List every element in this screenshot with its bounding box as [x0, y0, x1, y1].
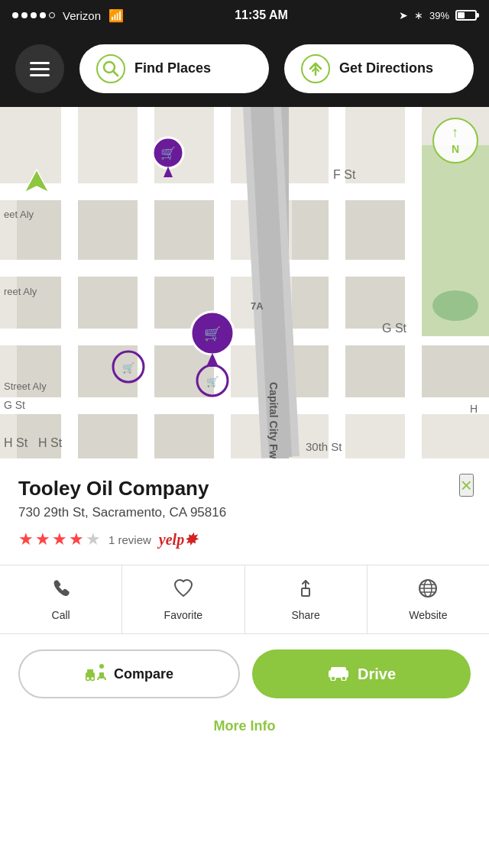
place-info-card: × Tooley Oil Company 730 29th St, Sacram… — [0, 458, 489, 747]
find-places-button[interactable]: Find Places — [79, 44, 269, 93]
svg-rect-12 — [405, 107, 422, 458]
find-places-label: Find Places — [134, 60, 211, 77]
review-count: 1 review — [108, 533, 151, 546]
svg-text:30th St: 30th St — [306, 440, 342, 453]
bluetooth-icon: ∗ — [414, 9, 423, 21]
svg-text:Capital City Fw: Capital City Fw — [267, 382, 280, 458]
svg-point-33 — [432, 290, 478, 321]
svg-rect-70 — [99, 672, 104, 679]
svg-point-73 — [331, 676, 335, 681]
svg-text:🛒: 🛒 — [204, 326, 222, 342]
call-label: Call — [52, 609, 70, 621]
svg-rect-19 — [78, 277, 138, 329]
svg-rect-15 — [154, 200, 214, 260]
battery-fill — [458, 12, 465, 18]
svg-point-74 — [342, 676, 346, 681]
close-button[interactable]: × — [459, 474, 474, 497]
svg-rect-9 — [214, 107, 231, 458]
get-directions-button[interactable]: Get Directions — [284, 44, 474, 93]
svg-rect-8 — [138, 107, 154, 458]
status-time: 11:35 AM — [235, 8, 288, 22]
website-button[interactable]: Website — [368, 565, 489, 633]
yelp-logo: yelp✸ — [159, 530, 197, 549]
star-4: ★ — [69, 530, 84, 549]
compass-n-label: ↑N — [452, 125, 459, 157]
svg-rect-72 — [331, 667, 346, 673]
svg-rect-16 — [292, 200, 329, 260]
svg-text:eet Aly: eet Aly — [4, 209, 34, 220]
search-icon — [96, 54, 125, 83]
svg-text:G St: G St — [382, 322, 407, 335]
map-area[interactable]: F St G St G St H St H St reet Aly eet Al… — [0, 107, 489, 458]
my-location-icon[interactable] — [23, 168, 50, 202]
globe-icon — [417, 578, 439, 604]
svg-text:reet Aly: reet Aly — [4, 286, 37, 297]
status-right: ➤ ∗ 39% — [399, 9, 477, 21]
compare-icon — [85, 662, 108, 686]
map-svg: F St G St G St H St H St reet Aly eet Al… — [0, 107, 489, 458]
star-rating: ★ ★ ★ ★ ★ — [18, 530, 101, 549]
svg-rect-31 — [154, 414, 214, 458]
signal-dot-4 — [40, 12, 46, 18]
carrier-label: Verizon — [63, 9, 101, 22]
svg-rect-11 — [329, 107, 345, 458]
signal-dot-5 — [49, 12, 55, 18]
nav-bar: Find Places Get Directions — [0, 31, 489, 107]
share-label: Share — [291, 609, 319, 621]
signal-dot-3 — [31, 12, 37, 18]
wifi-icon: 📶 — [108, 8, 124, 23]
heart-icon — [173, 578, 194, 604]
get-directions-label: Get Directions — [339, 60, 433, 77]
svg-rect-22 — [345, 277, 405, 329]
svg-rect-66 — [87, 669, 93, 674]
action-row: Call Favorite Share — [0, 565, 489, 634]
svg-text:H St: H St — [4, 436, 28, 449]
star-2: ★ — [35, 530, 50, 549]
status-left: Verizon 📶 — [12, 8, 124, 23]
svg-text:H St: H St — [38, 436, 63, 449]
share-button[interactable]: Share — [245, 565, 368, 633]
place-name: Tooley Oil Company — [18, 477, 471, 500]
svg-rect-27 — [345, 345, 405, 397]
compare-button[interactable]: Compare — [18, 649, 240, 698]
svg-point-69 — [99, 664, 104, 669]
svg-text:H: H — [470, 403, 478, 415]
drive-label: Drive — [358, 666, 396, 683]
star-3: ★ — [52, 530, 67, 549]
compare-label: Compare — [114, 666, 173, 682]
phone-icon — [50, 578, 72, 604]
favorite-label: Favorite — [164, 609, 203, 621]
signal-dot-2 — [21, 12, 28, 18]
battery-percent: 39% — [429, 10, 449, 21]
signal-dot-1 — [12, 12, 18, 18]
star-1: ★ — [18, 530, 34, 549]
svg-text:7A: 7A — [251, 300, 264, 312]
battery-icon — [455, 10, 477, 21]
star-5: ★ — [86, 530, 101, 549]
svg-text:G St: G St — [4, 399, 25, 411]
svg-point-68 — [90, 677, 94, 681]
compass[interactable]: ↑N — [432, 118, 478, 164]
website-label: Website — [409, 609, 447, 621]
svg-rect-18 — [17, 277, 61, 329]
call-button[interactable]: Call — [0, 565, 122, 633]
svg-point-67 — [86, 677, 89, 681]
svg-text:🛒: 🛒 — [206, 375, 219, 388]
directions-icon — [301, 54, 330, 83]
status-bar: Verizon 📶 11:35 AM ➤ ∗ 39% — [0, 0, 489, 31]
svg-rect-26 — [292, 345, 329, 397]
svg-rect-14 — [78, 200, 138, 260]
share-icon — [295, 578, 316, 604]
more-info-button[interactable]: More Info — [18, 711, 471, 747]
rating-row: ★ ★ ★ ★ ★ 1 review yelp✸ — [18, 530, 471, 549]
svg-rect-21 — [292, 277, 329, 329]
svg-text:Street Aly: Street Aly — [4, 381, 47, 392]
bottom-buttons: Compare Drive — [18, 634, 471, 711]
favorite-button[interactable]: Favorite — [122, 565, 244, 633]
drive-button[interactable]: Drive — [252, 649, 471, 698]
place-address: 730 29th St, Sacramento, CA 95816 — [18, 505, 471, 520]
svg-rect-7 — [61, 107, 78, 458]
hamburger-button[interactable] — [15, 44, 64, 93]
svg-rect-30 — [78, 414, 138, 458]
svg-rect-28 — [422, 345, 489, 397]
